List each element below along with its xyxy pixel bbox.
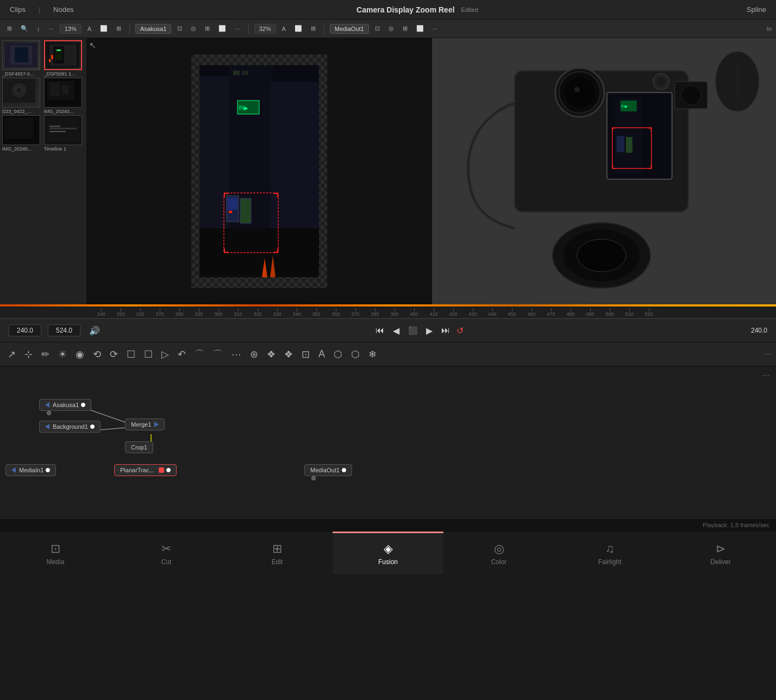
tool-undo[interactable]: ⟲ — [90, 346, 104, 362]
page-tab-fairlight[interactable]: ♫ Fairlight — [554, 532, 665, 574]
node-dot-mediaout1 — [342, 468, 346, 472]
viewer-right-grid[interactable]: ⊞ — [400, 24, 410, 33]
viewer-left-more[interactable]: ··· — [232, 24, 242, 33]
media-item-dsf4657[interactable]: _DSF4657-0... — [2, 40, 43, 77]
media-label-dsf4657: _DSF4657-0... — [2, 71, 40, 77]
tool-square[interactable]: ⊡ — [298, 346, 313, 362]
loop-btn[interactable]: ↺ — [456, 326, 464, 336]
tool-play[interactable]: ▷ — [158, 346, 172, 362]
tool-bezier[interactable]: ↶ — [174, 346, 189, 362]
node-background1[interactable]: Background1 — [39, 421, 101, 433]
street-photo-content: IN▶ — [199, 65, 319, 277]
tool-rect2[interactable]: ☐ — [141, 346, 156, 362]
node-planartrac[interactable]: PlanarTrac... — [114, 464, 177, 476]
tools-overflow[interactable]: ··· — [765, 349, 772, 359]
tool-grid[interactable]: ❖ — [264, 346, 279, 362]
page-tab-deliver[interactable]: ⊳ Deliver — [665, 532, 776, 574]
svg-rect-36 — [229, 211, 232, 213]
page-tab-media[interactable]: ⊡ Media — [0, 532, 111, 574]
tool-nodes2[interactable]: ❖ — [281, 346, 296, 362]
ruler-mark-470: 470 — [541, 308, 561, 317]
toolbar-layout2-icon[interactable]: ⊞ — [308, 24, 318, 33]
tool-text[interactable]: A — [315, 346, 328, 362]
ruler-mark-450: 450 — [502, 308, 522, 317]
toolbar-display-icon[interactable]: ⬜ — [97, 24, 110, 33]
tool-dots[interactable]: ⋯ — [228, 346, 245, 362]
tool-paint[interactable]: ✏ — [38, 346, 53, 362]
tool-color[interactable]: ☀ — [55, 346, 70, 362]
street-scene-svg: IN▶ — [199, 65, 319, 277]
skip-to-start-btn[interactable]: ⏮ — [373, 323, 386, 338]
page-tab-fusion[interactable]: ◈ Fusion — [333, 532, 443, 574]
page-tab-cut[interactable]: ✂ Cut — [111, 532, 222, 574]
viewers-section: _DSF4657-0... — [0, 38, 776, 304]
right-frame-display: 240.0 — [735, 327, 767, 334]
media-item-img2024b[interactable]: IMG_20240... — [2, 115, 43, 152]
tool-snow[interactable]: ❄ — [365, 346, 380, 362]
node-asakusa1[interactable]: Asakusa1 — [39, 399, 91, 411]
ruler-mark-340: 340 — [287, 308, 306, 317]
tool-hexagon[interactable]: ⬡ — [330, 346, 346, 362]
play-btn[interactable]: ▶ — [424, 323, 435, 338]
tool-curve2[interactable]: ⌒ — [210, 346, 226, 363]
node-mediaout1[interactable]: MediaOut1 — [304, 464, 352, 476]
thumb-img-img2024b — [3, 116, 35, 140]
media-item-img2024a[interactable]: IMG_20240... — [44, 78, 85, 114]
node-merge1[interactable]: Merge1 — [125, 418, 165, 430]
svg-rect-44 — [277, 193, 278, 197]
viewer-left-rect[interactable]: ⬜ — [216, 24, 229, 33]
tool-curve[interactable]: ⌒ — [191, 346, 208, 363]
tool-rect[interactable]: ☐ — [123, 346, 139, 362]
viewer-name-right: MediaOut1 — [330, 24, 369, 34]
toolbar-in-label: In — [767, 26, 772, 32]
page-tab-color[interactable]: ◎ Color — [443, 532, 554, 574]
svg-rect-69 — [650, 128, 652, 131]
svg-rect-17 — [62, 85, 68, 95]
step-back-btn[interactable]: ◀ — [391, 323, 402, 338]
ruler-mark-270: 270 — [150, 308, 170, 317]
tool-pointer[interactable]: ↗ — [4, 346, 19, 362]
tool-redo[interactable]: ⟳ — [107, 346, 121, 362]
toolbar-layout-icon[interactable]: ⊞ — [114, 24, 124, 33]
toolbar-sort-icon[interactable]: ↕ — [34, 24, 43, 33]
media-item-dsf5081[interactable]: _DSF5081 1... — [44, 40, 85, 77]
stop-btn[interactable]: ⬛ — [406, 324, 420, 337]
toolbar-grid-icon[interactable]: ⊞ — [4, 24, 15, 33]
fusion-icon: ◈ — [384, 542, 393, 556]
toolbar-search-icon[interactable]: 🔍 — [18, 24, 31, 33]
tool-box3d[interactable]: ⬡ — [348, 346, 363, 362]
tool-select[interactable]: ⊹ — [21, 346, 36, 362]
svg-point-56 — [564, 77, 594, 108]
node-editor-more[interactable]: ··· — [762, 371, 769, 380]
svg-rect-71 — [612, 165, 613, 168]
tool-star[interactable]: ⊛ — [247, 346, 261, 362]
svg-rect-19 — [4, 117, 34, 139]
node-mediain1[interactable]: MediaIn1 — [5, 464, 56, 476]
page-tab-edit[interactable]: ⊞ Edit — [222, 532, 333, 574]
viewer-right-rect[interactable]: ⬜ — [414, 24, 427, 33]
toolbar-text2-icon[interactable]: A — [279, 24, 289, 33]
media-item-timeline1[interactable]: Timeline 1 — [44, 115, 85, 152]
viewer-left-expand[interactable]: ⊡ — [174, 24, 185, 33]
skip-to-end-btn[interactable]: ⏭ — [439, 323, 452, 338]
tool-circle[interactable]: ◉ — [72, 346, 87, 362]
viewer-left-grid[interactable]: ⊞ — [202, 24, 212, 33]
viewer-right-circle[interactable]: ◎ — [386, 24, 397, 33]
node-crop1[interactable]: Crop1 — [125, 441, 153, 453]
toolbar-more-icon[interactable]: ··· — [46, 24, 57, 33]
viewer-left-circle[interactable]: ◎ — [188, 24, 199, 33]
audio-btn[interactable]: 🔊 — [87, 323, 102, 338]
spline-btn[interactable]: Spline — [742, 3, 771, 16]
tab-clips[interactable]: Clips — [5, 3, 30, 16]
viewer-right-expand[interactable]: ⊡ — [372, 24, 383, 33]
node-arrow-background1 — [45, 424, 49, 429]
thumb-img-d23 — [3, 78, 35, 103]
toolbar-display2-icon[interactable]: ⬜ — [292, 24, 305, 33]
toolbar-text-icon[interactable]: A — [85, 24, 94, 33]
timeline-ruler[interactable]: 240 250 260 270 280 290 300 310 320 330 … — [0, 307, 776, 318]
tab-nodes[interactable]: Nodes — [49, 3, 78, 16]
playback-bar: 240.0 524.0 🔊 ⏮ ◀ ⬛ ▶ ⏭ ↺ 240.0 — [0, 318, 776, 342]
viewer-right-more[interactable]: ··· — [430, 24, 440, 33]
svg-rect-33 — [199, 228, 319, 277]
media-item-d23[interactable]: D23_0422_... — [2, 78, 43, 114]
